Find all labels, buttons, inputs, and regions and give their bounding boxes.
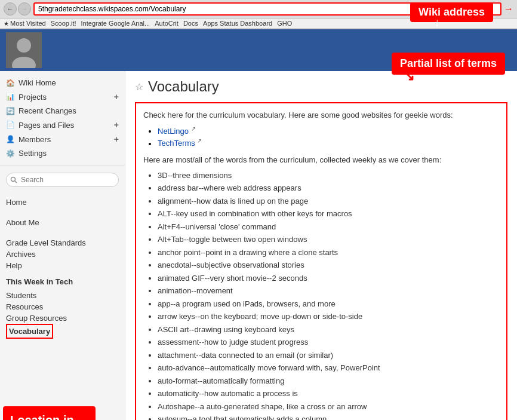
wiki-avatar <box>6 32 42 68</box>
sidebar-item-members[interactable]: 👤 Members + <box>0 132 125 146</box>
list-item: NetLingo ↗ <box>158 125 499 136</box>
settings-icon: ⚙️ <box>6 149 15 158</box>
sidebar: 🏠 Wiki Home 📊 Projects + 🔄 Recent Change… <box>0 71 125 420</box>
sidebar-link-students[interactable]: Students <box>6 290 119 301</box>
bookmark-label: GHO <box>277 20 292 27</box>
bookmark-label: Docs <box>183 20 198 27</box>
bookmark-apps[interactable]: Apps Status Dashboard <box>203 20 272 27</box>
bookmark-most-visited[interactable]: ★ Most Visited <box>4 20 46 27</box>
vocab-list-item: Alt+Tab--toggle between two open windows <box>158 233 499 246</box>
back-button[interactable]: ← <box>4 2 17 16</box>
search-input[interactable] <box>6 173 119 187</box>
sidebar-link-archives[interactable]: Archives <box>6 249 119 260</box>
good-sites-list: NetLingo ↗ TechTerms ↗ <box>143 125 499 148</box>
sidebar-link-about-me[interactable]: About Me <box>6 217 119 228</box>
sidebar-sub-links: Students Resources Group Resources Vocab… <box>0 287 125 341</box>
vocab-list-item: Autoshape--a auto-generated shape, like … <box>158 400 499 413</box>
browser-toolbar: ← → → <box>0 0 517 19</box>
star-icon: ☆ <box>135 81 143 93</box>
projects-plus-icon[interactable]: + <box>114 92 119 102</box>
vocab-list-item: anchor point--point in a drawing where a… <box>158 246 499 259</box>
location-annotation: Location in sidebar <box>3 406 96 420</box>
sidebar-item-recent-changes[interactable]: 🔄 Recent Changes <box>0 104 125 118</box>
address-bar[interactable] <box>33 2 501 16</box>
sidebar-link-grade-level[interactable]: Grade Level Standards <box>6 237 119 249</box>
bookmark-label: Most Visited <box>10 20 46 27</box>
sidebar-search <box>0 170 125 189</box>
vocab-list-item: address bar--where web address appears <box>158 182 499 195</box>
vocab-list: 3D--three dimensionsaddress bar--where w… <box>143 169 499 420</box>
sidebar-link-resources[interactable]: Resources <box>6 301 119 312</box>
list-item: TechTerms ↗ <box>158 137 499 148</box>
vocab-list-item: app--a program used on iPads, browsers, … <box>158 298 499 311</box>
members-icon: 👤 <box>6 135 15 143</box>
bookmark-gho[interactable]: GHO <box>277 20 292 27</box>
page-title-row: ☆ Vocabulary <box>135 78 507 95</box>
sidebar-link-vocabulary[interactable]: Vocabulary <box>9 326 50 337</box>
vocab-list-item: 3D--three dimensions <box>158 169 499 182</box>
svg-point-1 <box>17 38 31 53</box>
projects-icon: 📊 <box>6 93 15 101</box>
bookmark-label: Apps Status Dashboard <box>203 20 272 27</box>
vocab-list-item: automaticity--how automatic a process is <box>158 387 499 400</box>
content-border-box: Check here for the curriculum vocabulary… <box>135 102 507 420</box>
sidebar-item-settings[interactable]: ⚙️ Settings <box>0 146 125 160</box>
vocab-list-item: auto-format--automatically formatting <box>158 375 499 388</box>
page-title: Vocabulary <box>148 78 219 95</box>
bookmark-label: Scoop.it! <box>51 20 76 27</box>
sidebar-link-help[interactable]: Help <box>6 260 119 271</box>
bookmark-autocrit[interactable]: AutoCrit <box>155 20 179 27</box>
go-arrow-icon[interactable]: → <box>504 4 513 14</box>
vocab-list-item: Alt+F4--universal 'close' command <box>158 220 499 234</box>
vocab-list-item: alignment--how data is lined up on the p… <box>158 195 499 208</box>
sidebar-item-wiki-home[interactable]: 🏠 Wiki Home <box>0 76 125 90</box>
external-link-icon: ↗ <box>191 125 196 132</box>
bookmarks-bar: ★ Most Visited Scoop.it! Integrate Googl… <box>0 19 517 29</box>
sidebar-item-projects[interactable]: 📊 Projects + <box>0 90 125 104</box>
vocab-list-item: assessment--how to judge student progres… <box>158 336 499 349</box>
bookmark-label: AutoCrit <box>155 20 179 27</box>
vocab-list-item: animation--movement <box>158 284 499 298</box>
browser-chrome: ← → → ★ Most Visited Scoop.it! Integrate… <box>0 0 517 29</box>
vocab-list-item: animated GIF--very short movie--2 second… <box>158 272 499 285</box>
vocab-list-item: arrow keys--on the keyboard; move up-dow… <box>158 310 499 323</box>
vocab-list-item: autosum--a tool that automatically adds … <box>158 413 499 420</box>
vocab-list-item: attachment--data connected to an email (… <box>158 349 499 362</box>
bookmark-google[interactable]: Integrate Google Anal... <box>81 20 150 27</box>
words-intro: Here are most/all of the words from the … <box>143 155 499 164</box>
bookmark-docs[interactable]: Docs <box>183 20 198 27</box>
address-bar-container: → <box>33 2 513 16</box>
techterms-link[interactable]: TechTerms <box>158 139 195 148</box>
pages-plus-icon[interactable]: + <box>114 120 119 130</box>
members-plus-icon[interactable]: + <box>114 134 119 144</box>
pages-icon: 📄 <box>6 121 15 129</box>
bookmark-scoop[interactable]: Scoop.it! <box>51 20 76 27</box>
sidebar-section-this-week: This Week in Tech <box>0 274 125 287</box>
external-link-icon: ↗ <box>197 137 202 144</box>
bookmark-label: Integrate Google Anal... <box>81 20 150 27</box>
content-area: ☆ Vocabulary Check here for the curricul… <box>125 71 517 420</box>
vocab-list-item: anecdotal--subjective observational stor… <box>158 259 499 272</box>
sidebar-nav: 🏠 Wiki Home 📊 Projects + 🔄 Recent Change… <box>0 76 125 165</box>
vocab-list-item: ASCII art--drawing using keyboard keys <box>158 323 499 336</box>
page-layout: 🏠 Wiki Home 📊 Projects + 🔄 Recent Change… <box>0 71 517 420</box>
forward-button[interactable]: → <box>18 2 31 16</box>
star-icon: ★ <box>4 20 9 27</box>
wiki-header <box>0 29 517 71</box>
nav-buttons: ← → <box>4 2 31 16</box>
intro-text: Check here for the curriculum vocabulary… <box>143 111 499 119</box>
vocab-list-item: auto-advance--automatically move forward… <box>158 361 499 375</box>
sidebar-quick-links: Home About Me Grade Level Standards Arch… <box>0 194 125 274</box>
sidebar-link-home[interactable]: Home <box>6 197 119 208</box>
sidebar-link-group-resources[interactable]: Group Resources <box>6 312 119 324</box>
vocab-list-item: ALT--key used in combination with other … <box>158 207 499 220</box>
netlingo-link[interactable]: NetLingo <box>158 127 189 136</box>
recent-changes-icon: 🔄 <box>6 107 15 115</box>
home-icon: 🏠 <box>6 79 15 87</box>
sidebar-item-pages-files[interactable]: 📄 Pages and Files + <box>0 118 125 132</box>
